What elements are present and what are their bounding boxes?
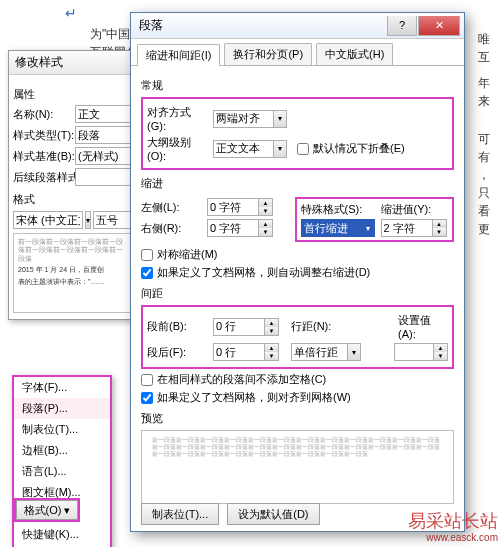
preview-label: 预览 xyxy=(141,411,454,426)
right-spin[interactable] xyxy=(207,219,259,237)
type-input[interactable] xyxy=(75,126,133,144)
spacing-highlight: 段前(B): ▲▼ 行距(N): 设置值(A): 段后(F): ▲▼ ▾ ▲▼ xyxy=(141,305,454,369)
left-label: 左侧(L): xyxy=(141,200,203,215)
format-context-menu: 字体(F)... 段落(P)... 制表位(T)... 边框(B)... 语言(… xyxy=(12,375,112,547)
line-combo[interactable] xyxy=(291,343,347,361)
modify-style-title: 修改样式 xyxy=(9,51,137,75)
tabstops-button[interactable]: 制表位(T)... xyxy=(141,503,219,525)
right-label: 右侧(R): xyxy=(141,221,203,236)
tab-indent-spacing[interactable]: 缩进和间距(I) xyxy=(137,44,220,66)
indent-label: 缩进 xyxy=(141,176,454,191)
font-dropdown[interactable]: ▾ xyxy=(85,211,91,229)
tab-line-page[interactable]: 换行和分页(P) xyxy=(224,43,312,65)
menu-border[interactable]: 边框(B)... xyxy=(14,440,110,461)
before-spin[interactable] xyxy=(213,318,265,336)
type-label: 样式类型(T): xyxy=(13,128,71,143)
snapgrid-checkbox[interactable] xyxy=(141,392,153,404)
by-spin-arrows[interactable]: ▲▼ xyxy=(433,219,447,237)
close-button[interactable]: ✕ xyxy=(418,16,460,36)
menu-paragraph[interactable]: 段落(P)... xyxy=(14,398,110,419)
after-spin-arrows[interactable]: ▲▼ xyxy=(265,343,279,361)
format-section-label: 格式 xyxy=(13,192,133,207)
by-spin[interactable] xyxy=(381,219,433,237)
name-input[interactable] xyxy=(75,105,133,123)
general-label: 常规 xyxy=(141,78,454,93)
style-preview: 前一段落前一段落前一段落前一段落前一段落前一段落前一段落前一段落 2015 年 … xyxy=(13,233,133,313)
symmetric-label: 对称缩进(M) xyxy=(157,247,218,262)
after-label: 段后(F): xyxy=(147,345,209,360)
nospace-label: 在相同样式的段落间不添加空格(C) xyxy=(157,372,326,387)
at-spin-arrows[interactable]: ▲▼ xyxy=(434,343,448,361)
outline-combo[interactable] xyxy=(213,140,273,158)
snapgrid-label: 如果定义了文档网格，则对齐到网格(W) xyxy=(157,390,351,405)
based-label: 样式基准(B): xyxy=(13,149,71,164)
menu-font[interactable]: 字体(F)... xyxy=(14,377,110,398)
outline-dropdown[interactable]: ▾ xyxy=(273,140,287,158)
autogrid-label: 如果定义了文档网格，则自动调整右缩进(D) xyxy=(157,265,370,280)
before-label: 段前(B): xyxy=(147,319,209,334)
special-dropdown[interactable]: ▾ xyxy=(361,219,375,237)
align-label: 对齐方式(G): xyxy=(147,105,209,132)
line-label: 行距(N): xyxy=(291,319,335,334)
help-button[interactable]: ? xyxy=(387,16,417,36)
align-combo[interactable] xyxy=(213,110,273,128)
paragraph-tabs: 缩进和间距(I) 换行和分页(P) 中文版式(H) xyxy=(131,39,464,66)
special-indent-highlight: 特殊格式(S): ▾ 缩进值(Y): ▲▼ xyxy=(295,197,455,242)
at-label: 设置值(A): xyxy=(398,313,448,340)
autogrid-checkbox[interactable] xyxy=(141,267,153,279)
paragraph-dialog: 段落 ? ✕ 缩进和间距(I) 换行和分页(P) 中文版式(H) 常规 对齐方式… xyxy=(130,12,465,532)
left-spin[interactable] xyxy=(207,198,259,216)
special-label: 特殊格式(S): xyxy=(301,202,375,217)
font-input[interactable] xyxy=(13,211,83,229)
spacing-label: 间距 xyxy=(141,286,454,301)
alignment-highlight: 对齐方式(G): ▾ 大纲级别(O): ▾ 默认情况下折叠(E) xyxy=(141,97,454,170)
modify-style-dialog: 修改样式 属性 名称(N): 样式类型(T): 样式基准(B): 后续段落样式(… xyxy=(8,50,138,320)
collapse-label: 默认情况下折叠(E) xyxy=(313,141,405,156)
by-label: 缩进值(Y): xyxy=(381,202,447,217)
outline-label: 大纲级别(O): xyxy=(147,135,209,162)
setdefault-button[interactable]: 设为默认值(D) xyxy=(227,503,319,525)
next-label: 后续段落样式(S): xyxy=(13,170,71,185)
nospace-checkbox[interactable] xyxy=(141,374,153,386)
collapse-checkbox[interactable] xyxy=(297,143,309,155)
bg-right: 唯互年来 可有，只看更 xyxy=(478,30,498,238)
tab-chinese[interactable]: 中文版式(H) xyxy=(316,43,393,65)
anchor-mark: ↵ xyxy=(65,5,77,21)
name-label: 名称(N): xyxy=(13,107,71,122)
before-spin-arrows[interactable]: ▲▼ xyxy=(265,318,279,336)
based-input[interactable] xyxy=(75,147,133,165)
left-spin-arrows[interactable]: ▲▼ xyxy=(259,198,273,216)
paragraph-title: 段落 xyxy=(131,17,387,34)
format-button[interactable]: 格式(O) ▾ xyxy=(16,500,78,520)
menu-shortcut[interactable]: 快捷键(K)... xyxy=(14,524,110,545)
right-spin-arrows[interactable]: ▲▼ xyxy=(259,219,273,237)
at-spin[interactable] xyxy=(394,343,434,361)
paragraph-preview: 前一段落前一段落前一段落前一段落前一段落前一段落前一段落前一段落前一段落前一段落… xyxy=(141,430,454,504)
next-input[interactable] xyxy=(75,168,133,186)
after-spin[interactable] xyxy=(213,343,265,361)
watermark: 易采站长站 www.easck.com xyxy=(408,512,498,543)
line-dropdown[interactable]: ▾ xyxy=(347,343,361,361)
menu-language[interactable]: 语言(L)... xyxy=(14,461,110,482)
size-input[interactable] xyxy=(93,211,133,229)
special-combo[interactable] xyxy=(301,219,361,237)
menu-tabs[interactable]: 制表位(T)... xyxy=(14,419,110,440)
properties-label: 属性 xyxy=(13,87,133,102)
align-dropdown[interactable]: ▾ xyxy=(273,110,287,128)
symmetric-checkbox[interactable] xyxy=(141,249,153,261)
